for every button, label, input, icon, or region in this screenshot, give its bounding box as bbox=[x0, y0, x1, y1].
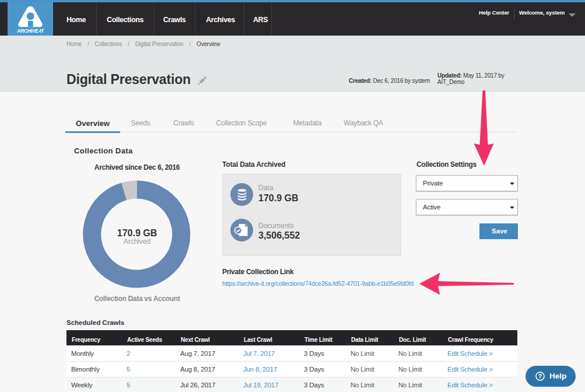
svg-text:ARCHIVE-IT: ARCHIVE-IT bbox=[17, 28, 44, 34]
svg-text:?: ? bbox=[538, 373, 542, 380]
